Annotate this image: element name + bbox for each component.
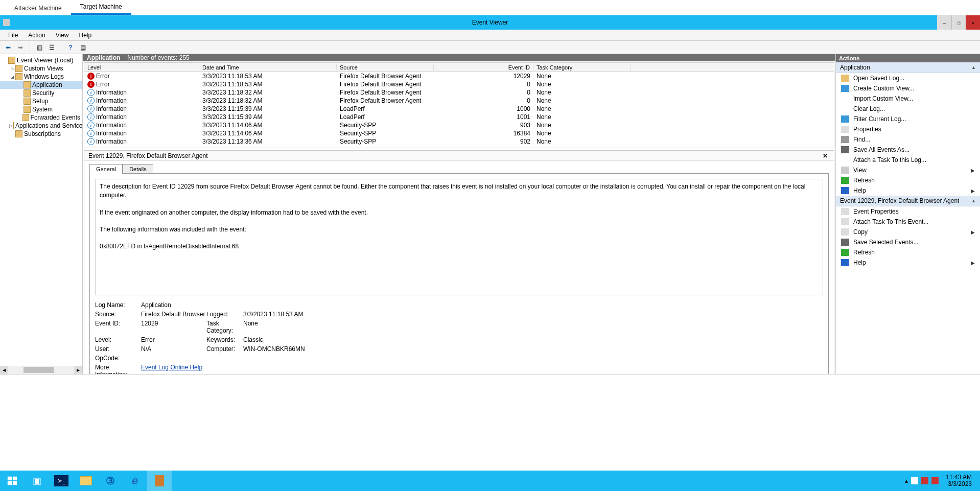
taskbar-app-1[interactable]: ③ bbox=[98, 471, 123, 491]
action-copy[interactable]: Copy▶ bbox=[836, 227, 980, 237]
table-row[interactable]: iInformation3/3/2023 11:18:32 AMFirefox … bbox=[84, 97, 834, 105]
preview-icon: ▤ bbox=[80, 44, 86, 51]
tree-apps-services-logs[interactable]: ▷Applications and Services Lo bbox=[0, 122, 82, 130]
back-button[interactable]: ⬅ bbox=[3, 42, 13, 53]
action-view[interactable]: View▶ bbox=[836, 165, 980, 175]
tree-custom-views[interactable]: ▷Custom Views bbox=[0, 64, 82, 73]
action-save-all-events[interactable]: Save All Events As... bbox=[836, 145, 980, 155]
column-date[interactable]: Date and Time bbox=[199, 64, 337, 71]
taskbar-event-viewer[interactable] bbox=[147, 471, 172, 491]
start-button[interactable] bbox=[0, 471, 25, 491]
minimize-button[interactable]: — bbox=[937, 15, 951, 30]
tree-label: System bbox=[32, 106, 53, 113]
taskbar-powershell[interactable]: ≻_ bbox=[49, 471, 74, 491]
table-row[interactable]: !Error3/3/2023 11:18:53 AMFirefox Defaul… bbox=[84, 80, 834, 88]
toolbar-separator bbox=[61, 43, 61, 52]
column-level[interactable]: Level bbox=[84, 64, 199, 71]
actions-section-event[interactable]: Event 12029, Firefox Default Browser Age… bbox=[836, 196, 980, 206]
action-import-custom-view[interactable]: Import Custom View... bbox=[836, 93, 980, 104]
preview-button[interactable]: ▤ bbox=[78, 42, 88, 53]
close-button[interactable]: ✕ bbox=[966, 15, 980, 30]
scroll-left-button[interactable]: ◀ bbox=[0, 366, 8, 374]
detail-close-button[interactable]: ✕ bbox=[821, 152, 830, 159]
taskbar-file-explorer[interactable] bbox=[74, 471, 98, 491]
table-row[interactable]: iInformation3/3/2023 11:18:32 AMFirefox … bbox=[84, 88, 834, 97]
network-icon[interactable] bbox=[921, 477, 928, 484]
maximize-button[interactable]: ❐ bbox=[951, 15, 966, 30]
action-find[interactable]: Find... bbox=[836, 134, 980, 145]
forward-button[interactable]: ➡ bbox=[15, 42, 26, 53]
tree-setup[interactable]: Setup bbox=[0, 97, 82, 105]
column-task-category[interactable]: Task Category bbox=[533, 64, 631, 71]
table-row[interactable]: iInformation3/3/2023 11:14:06 AMSecurity… bbox=[84, 121, 834, 129]
cell-level: Information bbox=[96, 130, 127, 137]
tab-details[interactable]: Details bbox=[123, 164, 153, 174]
menu-file[interactable]: File bbox=[3, 31, 23, 40]
table-row[interactable]: iInformation3/3/2023 11:14:06 AMSecurity… bbox=[84, 129, 834, 137]
table-row[interactable]: !Error3/3/2023 11:18:53 AMFirefox Defaul… bbox=[84, 72, 834, 80]
event-log-online-help-link[interactable]: Event Log Online Help bbox=[141, 364, 202, 371]
cell-task-category: None bbox=[533, 81, 631, 88]
vm-tab-attacker[interactable]: Attacker Machine bbox=[5, 2, 71, 15]
view-icon bbox=[841, 167, 849, 174]
tray-up-icon[interactable]: ▴ bbox=[905, 477, 908, 484]
app-icon bbox=[3, 19, 10, 26]
table-row[interactable]: iInformation3/3/2023 11:13:36 AMSecurity… bbox=[84, 137, 834, 146]
tree-forwarded-events[interactable]: Forwarded Events bbox=[0, 113, 82, 122]
column-source[interactable]: Source bbox=[337, 64, 434, 71]
cell-date: 3/3/2023 11:18:32 AM bbox=[199, 97, 337, 104]
action-create-custom-view[interactable]: Create Custom View... bbox=[836, 83, 980, 93]
tab-general[interactable]: General bbox=[89, 164, 123, 174]
menu-help[interactable]: Help bbox=[74, 31, 97, 40]
menu-action[interactable]: Action bbox=[23, 31, 50, 40]
table-row[interactable]: iInformation3/3/2023 11:15:39 AMLoadPerf… bbox=[84, 113, 834, 121]
scroll-thumb[interactable] bbox=[24, 367, 54, 373]
cell-level: Information bbox=[96, 89, 127, 96]
taskbar-clock[interactable]: 11:43 AM 3/3/2023 bbox=[942, 474, 976, 487]
show-hide-tree-button[interactable]: ▥ bbox=[34, 42, 44, 53]
action-refresh-2[interactable]: Refresh bbox=[836, 247, 980, 258]
tree-windows-logs[interactable]: ◢Windows Logs bbox=[0, 73, 82, 81]
action-filter-current-log[interactable]: Filter Current Log... bbox=[836, 114, 980, 124]
action-save-selected-events[interactable]: Save Selected Events... bbox=[836, 237, 980, 247]
action-event-properties[interactable]: Event Properties bbox=[836, 206, 980, 217]
toolbar-separator bbox=[30, 43, 30, 52]
cell-event-id: 0 bbox=[434, 89, 533, 96]
volume-icon[interactable] bbox=[931, 477, 939, 484]
value-logged: 3/3/2023 11:18:53 AM bbox=[243, 311, 303, 318]
events-rows[interactable]: !Error3/3/2023 11:18:53 AMFirefox Defaul… bbox=[84, 72, 834, 148]
column-event-id[interactable]: Event ID bbox=[434, 64, 533, 71]
action-open-saved-log[interactable]: Open Saved Log... bbox=[836, 73, 980, 83]
system-tray[interactable]: ▴ bbox=[905, 477, 939, 484]
action-clear-log[interactable]: Clear Log... bbox=[836, 104, 980, 114]
taskbar-server-manager[interactable]: ▣ bbox=[25, 471, 49, 491]
action-attach-task-log[interactable]: Attach a Task To this Log... bbox=[836, 155, 980, 165]
tree-label: Forwarded Events bbox=[31, 114, 80, 121]
scroll-track[interactable] bbox=[8, 366, 74, 374]
action-label: Refresh bbox=[853, 249, 875, 256]
cell-source: LoadPerf bbox=[337, 113, 434, 121]
tree-application[interactable]: Application bbox=[0, 81, 82, 89]
tree-system[interactable]: System bbox=[0, 105, 82, 113]
tree-horizontal-scrollbar[interactable]: ◀ ▶ bbox=[0, 366, 82, 374]
vm-tab-target[interactable]: Target Machine bbox=[71, 0, 131, 15]
scroll-right-button[interactable]: ▶ bbox=[74, 366, 82, 374]
export-list-button[interactable]: ☰ bbox=[46, 42, 57, 53]
tree-subscriptions[interactable]: Subscriptions bbox=[0, 130, 82, 138]
help-button[interactable]: ? bbox=[65, 42, 76, 53]
center-header-name: Application bbox=[87, 54, 120, 61]
event-description[interactable]: The description for Event ID 12029 from … bbox=[95, 179, 823, 295]
taskbar-internet-explorer[interactable]: e bbox=[123, 471, 147, 491]
flag-icon[interactable] bbox=[911, 477, 918, 484]
action-properties[interactable]: Properties bbox=[836, 124, 980, 134]
tree-security[interactable]: Security bbox=[0, 89, 82, 97]
tree-root[interactable]: Event Viewer (Local) bbox=[0, 56, 82, 64]
action-attach-task-event[interactable]: Attach Task To This Event... bbox=[836, 217, 980, 227]
menu-view[interactable]: View bbox=[51, 31, 74, 40]
actions-section-application[interactable]: Application ▲ bbox=[836, 62, 980, 73]
action-help-2[interactable]: Help▶ bbox=[836, 258, 980, 268]
table-row[interactable]: iInformation3/3/2023 11:15:39 AMLoadPerf… bbox=[84, 105, 834, 113]
action-help[interactable]: Help▶ bbox=[836, 185, 980, 196]
find-icon bbox=[841, 136, 849, 143]
action-refresh[interactable]: Refresh bbox=[836, 175, 980, 185]
